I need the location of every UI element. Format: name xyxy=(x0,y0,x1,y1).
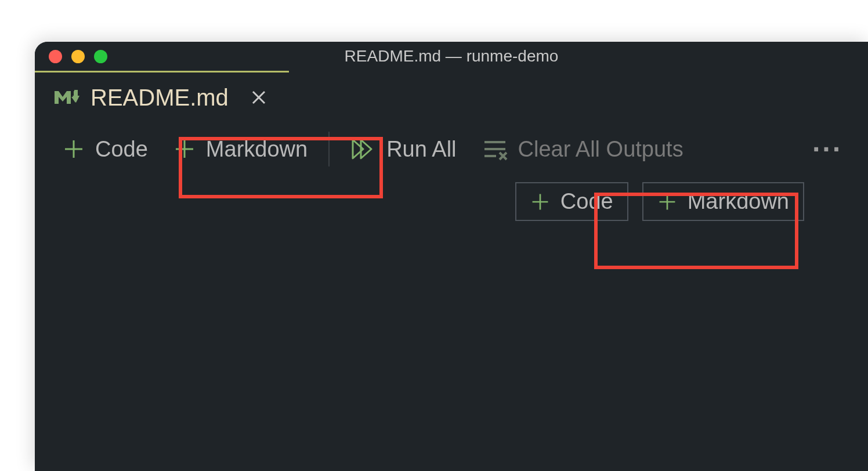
add-cell-row: Code Markdown xyxy=(35,175,868,221)
add-code-button[interactable]: Code xyxy=(50,132,161,166)
insert-markdown-label: Markdown xyxy=(688,189,789,214)
insert-code-label: Code xyxy=(560,189,613,214)
run-all-icon xyxy=(350,137,376,161)
run-all-label: Run All xyxy=(386,137,456,162)
insert-code-cell-button[interactable]: Code xyxy=(515,182,628,221)
markdown-file-icon xyxy=(53,88,80,108)
window-title: README.md — runme-demo xyxy=(345,47,559,66)
traffic-lights xyxy=(35,50,107,63)
tab-bar: README.md xyxy=(35,71,868,123)
clear-outputs-icon xyxy=(482,137,508,161)
tab-readme[interactable]: README.md xyxy=(35,71,289,123)
minimize-window-button[interactable] xyxy=(71,50,85,63)
add-markdown-label: Markdown xyxy=(206,137,308,162)
close-window-button[interactable] xyxy=(49,50,62,63)
editor-window: README.md — runme-demo README.md xyxy=(35,42,868,471)
notebook-toolbar: Code Markdown Run All xyxy=(35,123,868,175)
clear-outputs-label: Clear All Outputs xyxy=(518,137,683,162)
clear-outputs-button[interactable]: Clear All Outputs xyxy=(469,132,696,166)
plus-icon xyxy=(530,192,550,212)
svg-rect-0 xyxy=(74,90,78,97)
plus-icon xyxy=(657,192,677,212)
add-markdown-button[interactable]: Markdown xyxy=(161,132,320,166)
add-code-label: Code xyxy=(95,137,148,162)
plus-icon xyxy=(173,138,196,160)
insert-markdown-cell-button[interactable]: Markdown xyxy=(642,182,804,221)
close-tab-icon[interactable] xyxy=(245,85,273,111)
plus-icon xyxy=(63,138,85,160)
tab-label: README.md xyxy=(91,85,229,111)
more-actions-button[interactable]: ··· xyxy=(802,133,853,165)
toolbar-divider xyxy=(328,132,330,166)
run-all-button[interactable]: Run All xyxy=(338,132,469,166)
maximize-window-button[interactable] xyxy=(94,50,107,63)
titlebar: README.md — runme-demo xyxy=(35,42,868,71)
